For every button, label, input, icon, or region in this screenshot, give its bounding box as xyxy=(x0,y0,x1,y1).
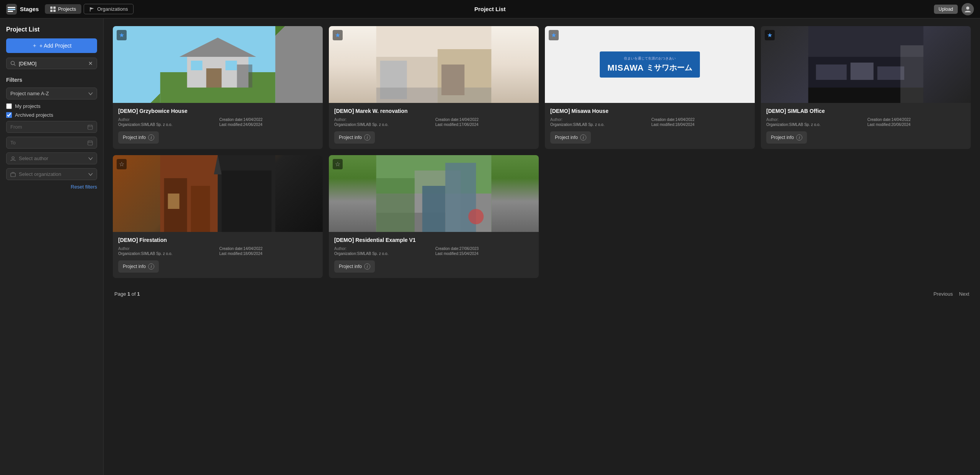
star-button-5[interactable]: ☆ xyxy=(117,159,127,169)
project-card-6-title: [DEMO] Residential Example V1 xyxy=(334,237,533,243)
author-label-4: Author: xyxy=(766,118,865,122)
org-icon xyxy=(10,172,16,177)
svg-point-56 xyxy=(469,209,484,224)
project-card-3-title: [DEMO] Misawa House xyxy=(550,108,749,114)
project-card-4-image: ★ xyxy=(761,26,971,103)
project-card-3: 住まいを通じて生涯のおつきあい MISAWA ミサワホーム ★ [DEMO] M… xyxy=(545,26,755,149)
archived-projects-checkbox-row[interactable]: Archived projects xyxy=(6,112,97,118)
chevron-org-icon xyxy=(88,173,93,176)
page-title: Project List xyxy=(474,6,506,12)
svg-rect-7 xyxy=(53,10,56,12)
to-date-input[interactable]: To xyxy=(6,137,97,149)
my-projects-checkbox-row[interactable]: My projects xyxy=(6,103,97,109)
project-card-5-body: [DEMO] Firestation Author Creation date:… xyxy=(113,232,323,278)
svg-point-9 xyxy=(966,7,969,10)
star-button-2[interactable]: ★ xyxy=(333,30,343,40)
project-card-5: ☆ [DEMO] Firestation Author Creation dat… xyxy=(113,155,323,278)
project-card-2-body: [DEMO] Marek W. renovation Author: Creat… xyxy=(329,103,539,149)
last-modified-5: Last modified:18/06/2024 xyxy=(219,252,318,256)
star-button-4[interactable]: ★ xyxy=(765,30,775,40)
project-info-label-2: Project info xyxy=(339,135,362,140)
org-4: Organization:SIMLAB Sp. z o.o. xyxy=(766,122,865,127)
add-project-icon: ＋ xyxy=(32,42,37,49)
project-card-6: ☆ [DEMO] Residential Example V1 Author: … xyxy=(329,155,539,278)
project-card-5-meta: Author Creation date:14/04/2022 Organiza… xyxy=(118,247,317,256)
main-layout: Project List ＋ + Add Project ✕ Filters P… xyxy=(0,18,980,475)
from-date-input[interactable]: From xyxy=(6,121,97,133)
svg-rect-46 xyxy=(191,186,210,232)
last-modified-2: Last modified:17/06/2024 xyxy=(436,122,534,127)
project-info-label-4: Project info xyxy=(771,135,794,140)
creation-date-6: Creation date:27/06/2023 xyxy=(436,247,534,251)
author-label-3: Author: xyxy=(550,118,648,122)
svg-rect-38 xyxy=(816,65,847,80)
search-input[interactable] xyxy=(19,61,85,66)
app-logo[interactable]: Stages xyxy=(6,4,39,15)
project-card-1-image: ★ xyxy=(113,26,323,103)
info-icon-6: i xyxy=(364,263,370,270)
select-author-left: Select author xyxy=(10,156,48,161)
select-author-dropdown[interactable]: Select author xyxy=(6,152,97,164)
star-button-3[interactable]: ★ xyxy=(549,30,559,40)
svg-rect-2 xyxy=(8,9,15,10)
next-button[interactable]: Next xyxy=(959,291,969,297)
sidebar: Project List ＋ + Add Project ✕ Filters P… xyxy=(0,18,104,475)
residential-image-svg xyxy=(329,155,539,232)
my-projects-checkbox[interactable] xyxy=(6,103,12,109)
project-card-4-meta: Author: Creation date:14/04/2022 Organiz… xyxy=(766,118,965,127)
info-icon-1: i xyxy=(148,134,154,141)
select-organization-left: Select organization xyxy=(10,171,61,177)
svg-rect-47 xyxy=(222,170,272,232)
sort-dropdown[interactable]: Project name A-Z xyxy=(6,88,97,99)
info-icon-4: i xyxy=(796,134,802,141)
star-button-1[interactable]: ★ xyxy=(117,30,127,40)
star-button-6[interactable]: ☆ xyxy=(333,159,343,169)
nav-organizations-label: Organizations xyxy=(97,6,128,12)
svg-point-10 xyxy=(11,61,15,65)
previous-button[interactable]: Previous xyxy=(934,291,953,297)
misawa-tagline: 住まいを通じて生涯のおつきあい xyxy=(607,56,692,61)
project-info-button-1[interactable]: Project info i xyxy=(118,131,159,144)
last-modified-4: Last modified:20/06/2024 xyxy=(868,122,966,127)
search-icon xyxy=(10,61,16,66)
svg-rect-39 xyxy=(851,63,874,80)
nav-projects-button[interactable]: Projects xyxy=(45,4,81,14)
svg-rect-16 xyxy=(88,141,92,145)
calendar-icon xyxy=(87,124,93,130)
project-info-button-5[interactable]: Project info i xyxy=(118,260,159,273)
svg-rect-6 xyxy=(50,10,53,12)
org-3: Organization:SIMLAB Sp. z o.o. xyxy=(550,122,648,127)
svg-rect-26 xyxy=(206,68,222,88)
project-info-button-6[interactable]: Project info i xyxy=(334,260,375,273)
user-avatar[interactable] xyxy=(962,3,974,15)
app-name: Stages xyxy=(20,6,39,12)
project-info-label-1: Project info xyxy=(123,135,146,140)
creation-date-3: Creation date:14/04/2022 xyxy=(652,118,750,122)
archived-projects-checkbox[interactable] xyxy=(6,112,12,118)
creation-date-5: Creation date:14/04/2022 xyxy=(219,247,318,251)
upload-button[interactable]: Upload xyxy=(934,5,958,14)
add-project-button[interactable]: ＋ + Add Project xyxy=(6,38,97,53)
reset-filters-link[interactable]: Reset filters xyxy=(6,184,97,190)
project-info-button-3[interactable]: Project info i xyxy=(550,131,591,144)
project-card-4-title: [DEMO] SIMLAB Office xyxy=(766,108,965,114)
project-info-label-5: Project info xyxy=(123,264,146,269)
sidebar-title: Project List xyxy=(6,26,97,33)
svg-rect-12 xyxy=(88,125,92,129)
top-navigation: Stages Projects Organizations Project Li… xyxy=(0,0,980,18)
search-clear-button[interactable]: ✕ xyxy=(88,60,93,66)
select-organization-dropdown[interactable]: Select organization xyxy=(6,168,97,180)
chevron-author-icon xyxy=(88,157,93,160)
project-info-button-2[interactable]: Project info i xyxy=(334,131,375,144)
pagination-text: Page 1 of 1 xyxy=(114,291,140,297)
project-card-3-image: 住まいを通じて生涯のおつきあい MISAWA ミサワホーム ★ xyxy=(545,26,755,103)
last-modified-6: Last modified:15/04/2024 xyxy=(436,252,534,256)
project-info-button-4[interactable]: Project info i xyxy=(766,131,807,144)
to-placeholder: To xyxy=(10,140,16,146)
nav-organizations-button[interactable]: Organizations xyxy=(84,4,134,14)
svg-rect-5 xyxy=(53,7,56,9)
sort-label: Project name A-Z xyxy=(10,91,49,96)
svg-rect-35 xyxy=(442,65,465,95)
user-icon xyxy=(964,5,972,13)
info-icon-3: i xyxy=(580,134,586,141)
